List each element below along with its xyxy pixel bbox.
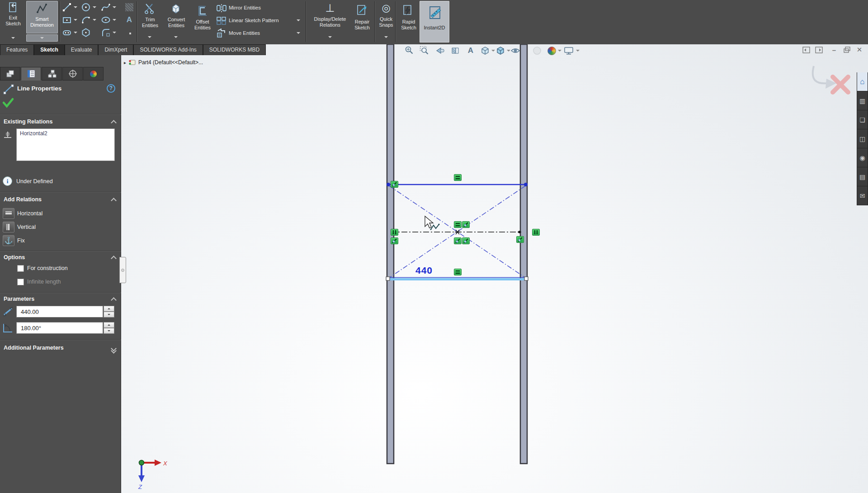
tab-dimxpert-manager[interactable] [62, 67, 83, 81]
hide-show-items-icon[interactable] [510, 45, 521, 56]
quick-snaps-dropdown[interactable] [379, 33, 393, 41]
relation-list-item[interactable]: Horizontal2 [20, 130, 111, 137]
task-pane-design-library-icon[interactable]: ▥ [857, 91, 868, 110]
view-orientation-icon[interactable] [480, 45, 491, 56]
point-tool-icon[interactable] [125, 28, 136, 39]
fillet-tool-caret-icon[interactable] [112, 27, 117, 38]
tab-solidworks-mbd[interactable]: SOLIDWORKS MBD [203, 44, 266, 55]
relation-badge-horizontal-bottom[interactable] [454, 269, 462, 275]
collapse-chevron-icon[interactable] [112, 256, 116, 260]
view-settings-icon[interactable] [563, 45, 574, 56]
view-orientation-caret-icon[interactable] [491, 50, 495, 52]
for-construction-label[interactable]: For construction [27, 265, 68, 271]
arc-tool-icon[interactable] [80, 14, 91, 25]
offset-entities-icon[interactable] [195, 5, 209, 18]
minimize-button[interactable]: – [829, 45, 839, 54]
offset-entities-label[interactable]: Offset Entities [190, 19, 215, 30]
collapse-chevron-icon[interactable] [112, 297, 116, 301]
ellipse-tool-caret-icon[interactable] [112, 14, 117, 25]
repair-sketch-label[interactable]: Repair Sketch [349, 19, 375, 30]
display-style-icon[interactable] [495, 45, 506, 56]
relation-badge-coincident-b2[interactable] [462, 237, 470, 244]
previous-view-icon[interactable] [434, 45, 445, 56]
feature-tree-breadcrumb[interactable]: ▸ Part4 (Default<<Default>... [124, 59, 203, 66]
add-fix-label[interactable]: Fix [17, 237, 25, 244]
angle-spinner[interactable] [104, 322, 114, 334]
relation-badge-coincident-left[interactable] [391, 237, 398, 244]
help-icon[interactable]: ? [107, 84, 115, 93]
relation-badge-coincident-mid[interactable] [462, 221, 470, 228]
additional-parameters-header[interactable]: Additional Parameters [0, 345, 121, 351]
rectangle-tool-icon[interactable] [61, 14, 72, 25]
display-delete-relations-label[interactable]: Display/Delete Relations [307, 16, 354, 28]
tab-dimxpert[interactable]: DimXpert [98, 44, 133, 55]
slot-tool-icon[interactable] [61, 27, 72, 38]
close-button[interactable]: ✕ [854, 45, 864, 54]
collapse-chevron-icon[interactable] [112, 120, 116, 124]
relation-badge-horizontal-mid[interactable] [454, 221, 462, 228]
spline-tool-caret-icon[interactable] [112, 2, 117, 13]
circle-tool-caret-icon[interactable] [92, 2, 97, 13]
length-value-input[interactable] [16, 306, 103, 318]
sketch-dimension-value[interactable]: 440 [415, 265, 433, 276]
edit-appearance-caret-icon[interactable] [558, 50, 561, 52]
panel-collapse-handle[interactable] [119, 257, 126, 283]
tab-display-manager[interactable] [83, 67, 104, 81]
restore-button[interactable] [842, 45, 852, 54]
view-settings-caret-icon[interactable] [576, 50, 580, 52]
trim-entities-label[interactable]: Trim Entities [137, 17, 163, 28]
relation-badge-coincident-topleft[interactable] [391, 181, 398, 188]
move-entities-label[interactable]: Move Entities [229, 30, 260, 36]
convert-entities-label[interactable]: Convert Entities [163, 17, 190, 28]
zoom-fit-icon[interactable] [404, 45, 415, 56]
section-view-icon[interactable] [450, 45, 461, 56]
task-pane-file-explorer-icon[interactable]: ❏ [857, 110, 868, 129]
rapid-sketch-icon[interactable] [401, 3, 416, 18]
line-tool-caret-icon[interactable] [73, 2, 78, 13]
tab-property-manager[interactable] [21, 67, 41, 81]
relation-badge-vertical-left[interactable] [391, 229, 398, 236]
rectangle-tool-caret-icon[interactable] [73, 14, 78, 25]
repair-sketch-icon[interactable] [354, 3, 370, 18]
linear-pattern-label[interactable]: Linear Sketch Pattern [229, 17, 279, 24]
move-entities-icon[interactable] [216, 28, 227, 39]
smart-dimension-dropdown[interactable] [26, 34, 58, 42]
annotation-visibility-icon[interactable]: A [465, 45, 476, 56]
display-delete-relations-icon[interactable]: ⊥ [322, 1, 338, 15]
add-horizontal-label[interactable]: Horizontal [17, 210, 42, 217]
pane-toggle-left-icon[interactable] [801, 45, 811, 54]
edit-appearance-icon[interactable] [546, 45, 557, 56]
slot-tool-caret-icon[interactable] [73, 27, 78, 38]
tree-expander-icon[interactable]: ▸ [124, 60, 126, 65]
smart-dimension-button[interactable]: Smart Dimension [26, 1, 58, 33]
line-tool-icon[interactable] [61, 2, 72, 13]
spline-tool-icon[interactable] [100, 2, 111, 13]
move-entities-caret-icon[interactable] [296, 28, 301, 38]
add-relations-header[interactable]: Add Relations [0, 196, 121, 203]
instant2d-button[interactable]: Instant2D [420, 1, 449, 43]
relation-badge-vertical-right[interactable] [532, 229, 540, 236]
trim-entities-icon[interactable] [143, 2, 156, 15]
add-horizontal-button[interactable] [3, 208, 14, 219]
zoom-area-icon[interactable] [419, 45, 430, 56]
existing-relations-list[interactable]: Horizontal2 [16, 128, 115, 161]
mirror-entities-label[interactable]: Mirror Entities [229, 5, 261, 11]
graphics-viewport[interactable] [121, 44, 868, 493]
for-construction-checkbox[interactable] [17, 265, 24, 272]
add-vertical-label[interactable]: Vertical [17, 224, 36, 230]
part-name[interactable]: Part4 (Default<<Default>... [138, 59, 203, 66]
tab-evaluate[interactable]: Evaluate [65, 44, 99, 55]
quick-snaps-icon[interactable]: ◎ [379, 1, 393, 15]
parameters-header[interactable]: Parameters [0, 296, 121, 302]
task-pane-forum-icon[interactable]: ✉ [857, 186, 868, 205]
expand-chevron-icon[interactable] [112, 349, 116, 353]
collapse-chevron-icon[interactable] [112, 198, 116, 202]
convert-entities-icon[interactable] [169, 2, 183, 15]
tab-feature-manager-tree[interactable] [0, 67, 20, 81]
fillet-tool-icon[interactable] [100, 27, 111, 38]
options-header[interactable]: Options [0, 254, 121, 261]
rapid-sketch-label[interactable]: Rapid Sketch [397, 19, 420, 30]
pane-toggle-right-icon[interactable] [814, 45, 824, 54]
tab-sketch[interactable]: Sketch [34, 44, 64, 55]
existing-relations-header[interactable]: Existing Relations [0, 119, 121, 125]
